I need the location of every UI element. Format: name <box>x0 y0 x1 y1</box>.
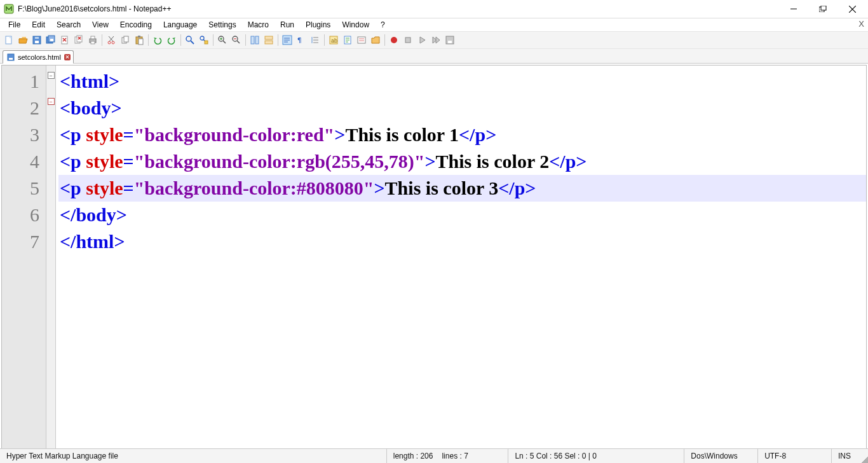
toolbar: ¶ ab <box>0 31 868 49</box>
tab-close-icon[interactable] <box>64 54 71 60</box>
line-num: 2 <box>2 95 39 121</box>
minimize-button[interactable] <box>779 0 808 18</box>
doc-map-icon[interactable] <box>341 34 354 46</box>
tab-label: setcolors.html <box>18 53 61 61</box>
folder-icon[interactable] <box>369 34 382 46</box>
svg-rect-47 <box>265 41 273 44</box>
resize-grip-icon[interactable] <box>857 449 868 463</box>
svg-rect-9 <box>35 37 39 39</box>
menu-help[interactable]: ? <box>375 19 391 31</box>
maximize-button[interactable] <box>808 0 837 18</box>
window-controls <box>779 0 867 18</box>
fold-toggle-icon[interactable]: − <box>48 72 55 79</box>
toolbar-separator <box>102 34 102 46</box>
save-icon[interactable] <box>31 34 43 46</box>
save-macro-icon[interactable] <box>444 34 456 46</box>
play-macro-icon[interactable] <box>416 34 428 46</box>
menu-encoding[interactable]: Encoding <box>114 19 158 31</box>
line-number-gutter: 1 2 3 4 5 6 7 <box>2 66 46 451</box>
menu-window[interactable]: Window <box>336 19 375 31</box>
menu-language[interactable]: Language <box>158 19 203 31</box>
copy-icon[interactable] <box>119 34 132 46</box>
editor[interactable]: 1 2 3 4 5 6 7 − − <html> <body> <p style… <box>1 65 867 452</box>
fold-column: − − <box>46 66 56 451</box>
paste-icon[interactable] <box>133 34 146 46</box>
zoom-out-icon[interactable] <box>230 34 243 46</box>
toolbar-separator <box>148 34 149 46</box>
tab-setcolors[interactable]: setcolors.html <box>3 50 74 64</box>
play-multi-icon[interactable] <box>430 34 442 46</box>
code-line-current: <p style="background-color:#808080">This… <box>58 175 866 202</box>
toolbar-separator <box>245 34 246 46</box>
svg-rect-8 <box>35 41 39 43</box>
close-file-icon[interactable] <box>58 34 71 46</box>
cut-icon[interactable] <box>105 34 118 46</box>
svg-rect-0 <box>4 4 13 13</box>
redo-icon[interactable] <box>165 34 178 46</box>
show-chars-icon[interactable]: ¶ <box>295 34 308 46</box>
func-list-icon[interactable] <box>355 34 368 46</box>
code-text-area[interactable]: <html> <body> <p style="background-color… <box>56 66 866 451</box>
svg-rect-31 <box>139 39 143 45</box>
svg-rect-30 <box>138 36 140 38</box>
svg-line-38 <box>223 41 226 43</box>
menu-file[interactable]: File <box>3 19 26 31</box>
menu-macro[interactable]: Macro <box>242 19 275 31</box>
close-all-icon[interactable] <box>72 34 85 46</box>
line-num: 6 <box>2 202 39 228</box>
line-num: 5 <box>2 175 39 202</box>
indent-guide-icon[interactable] <box>309 34 322 46</box>
menu-search[interactable]: Search <box>51 19 86 31</box>
lang-icon[interactable]: ab <box>327 34 340 46</box>
replace-icon[interactable] <box>198 34 210 46</box>
sync-h-icon[interactable] <box>262 34 275 46</box>
svg-line-26 <box>109 36 113 41</box>
svg-rect-22 <box>91 41 95 44</box>
svg-line-25 <box>109 36 114 41</box>
app-logo-icon <box>4 4 14 14</box>
svg-line-42 <box>237 41 240 43</box>
line-num: 3 <box>2 121 39 148</box>
svg-text:¶: ¶ <box>297 36 302 45</box>
menu-edit[interactable]: Edit <box>26 19 51 31</box>
status-encoding: UTF-8 <box>758 449 832 463</box>
find-icon[interactable] <box>184 34 196 46</box>
svg-point-24 <box>112 41 114 44</box>
svg-point-66 <box>391 37 397 43</box>
svg-rect-3 <box>821 6 826 10</box>
close-button[interactable] <box>837 0 867 18</box>
secondary-close-x[interactable]: X <box>858 19 864 29</box>
line-num: 4 <box>2 148 39 175</box>
fold-toggle-icon[interactable]: − <box>48 98 55 105</box>
new-file-icon[interactable] <box>3 34 15 46</box>
svg-text:ab: ab <box>331 38 337 44</box>
print-icon[interactable] <box>86 34 99 46</box>
svg-rect-71 <box>9 58 13 60</box>
stop-macro-icon[interactable] <box>402 34 414 46</box>
code-line: </body> <box>58 202 866 228</box>
file-tab-icon <box>7 53 15 61</box>
menu-settings[interactable]: Settings <box>203 19 241 31</box>
menu-run[interactable]: Run <box>275 19 300 31</box>
zoom-in-icon[interactable] <box>216 34 229 46</box>
wrap-icon[interactable] <box>281 34 294 46</box>
sync-v-icon[interactable] <box>248 34 261 46</box>
undo-icon[interactable] <box>151 34 164 46</box>
line-num: 1 <box>2 68 39 95</box>
status-mode: INS <box>832 449 857 463</box>
code-line: <body> <box>58 95 866 121</box>
save-all-icon[interactable] <box>44 34 57 46</box>
open-file-icon[interactable] <box>17 34 29 46</box>
svg-rect-12 <box>50 39 53 41</box>
line-num: 7 <box>2 228 39 255</box>
svg-rect-69 <box>448 41 452 43</box>
code-line: <p style="background-color:rgb(255,45,78… <box>58 148 866 175</box>
record-macro-icon[interactable] <box>388 34 400 46</box>
svg-line-33 <box>191 41 194 44</box>
svg-rect-67 <box>405 38 410 43</box>
menu-view[interactable]: View <box>86 19 114 31</box>
window-title: F:\Blog\June2016\setcolors.html - Notepa… <box>18 4 171 13</box>
menu-plugins[interactable]: Plugins <box>300 19 336 31</box>
code-line: <p style="background-color:red">This is … <box>58 121 866 148</box>
code-line: </html> <box>58 228 866 255</box>
